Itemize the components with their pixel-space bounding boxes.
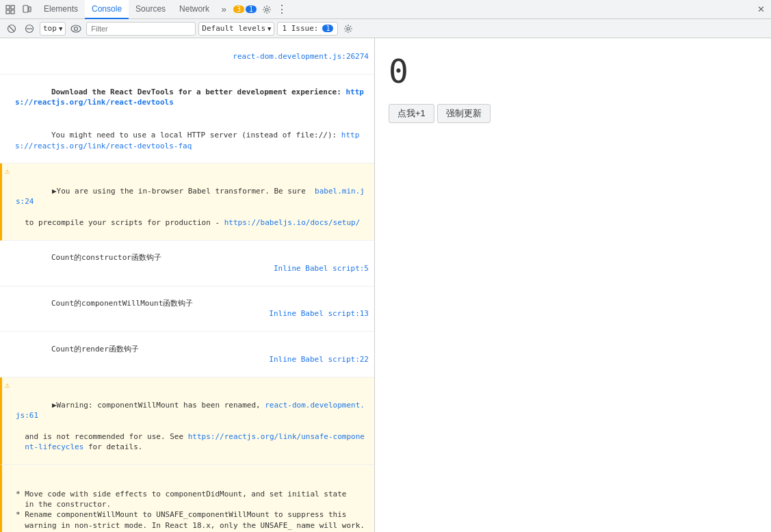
svg-rect-1: [11, 5, 14, 9]
svg-rect-2: [6, 10, 10, 14]
device-icon[interactable]: [19, 2, 34, 17]
list-item: ⚠ ▶Warning: componentWillMount has been …: [0, 377, 374, 465]
console-settings-icon[interactable]: [341, 21, 356, 36]
svg-point-6: [265, 8, 268, 11]
force-update-button[interactable]: 强制更新: [437, 104, 491, 123]
levels-dropdown[interactable]: Default levels ▼: [198, 22, 274, 36]
source-link-2[interactable]: Inline Babel script:13: [269, 308, 369, 319]
source-link-3[interactable]: Inline Babel script:22: [269, 354, 369, 364]
console-messages-list: react-dom.development.js:26274 Download …: [0, 38, 374, 532]
source-link[interactable]: react-dom.development.js:26274: [233, 51, 369, 62]
close-devtools-button[interactable]: ✕: [753, 2, 768, 17]
warning-icon: ⚠: [5, 165, 10, 177]
list-item: Count的componentWillMount函数钩子 Inline Babe…: [0, 287, 374, 332]
tab-sources[interactable]: Sources: [129, 0, 172, 19]
warning-badge: 3: [233, 5, 244, 13]
block-icon[interactable]: [22, 21, 37, 36]
counter-buttons: 点我+1 强制更新: [389, 104, 491, 123]
svg-point-11: [71, 25, 81, 32]
list-item: react-dom.development.js:26274: [0, 40, 374, 75]
babeljs-link[interactable]: https://babeljs.io/docs/setup/: [224, 218, 361, 227]
increment-button[interactable]: 点我+1: [389, 104, 434, 123]
svg-rect-0: [6, 5, 10, 9]
tab-icon-group: [3, 2, 34, 17]
browser-panel: 0 点我+1 强制更新: [375, 38, 771, 532]
list-item: ⚠ ▶You are using the in-browser Babel tr…: [0, 163, 374, 241]
devtools-tabbar: Elements Console Sources Network » 3 1 ⋮…: [0, 0, 771, 19]
main-content: react-dom.development.js:26274 Download …: [0, 38, 771, 532]
svg-rect-4: [23, 5, 28, 12]
tab-elements[interactable]: Elements: [37, 0, 85, 19]
list-item: Download the React DevTools for a better…: [0, 75, 374, 120]
tab-console[interactable]: Console: [85, 0, 129, 19]
eye-icon[interactable]: [68, 21, 83, 36]
filter-input[interactable]: [86, 22, 196, 36]
svg-rect-5: [29, 7, 31, 12]
source-link-1[interactable]: Inline Babel script:5: [274, 263, 369, 274]
more-tabs-button[interactable]: »: [216, 2, 231, 17]
console-panel: react-dom.development.js:26274 Download …: [0, 38, 375, 532]
context-selector[interactable]: top ▼: [40, 22, 66, 36]
more-options-icon[interactable]: ⋮: [274, 2, 289, 17]
list-item: Count的constructor函数钩子 Inline Babel scrip…: [0, 241, 374, 287]
levels-chevron-icon: ▼: [267, 25, 271, 32]
tab-network[interactable]: Network: [172, 0, 216, 19]
console-toolbar: top ▼ Default levels ▼ 1 Issue: 1: [0, 19, 771, 38]
chat-badge: 1: [246, 5, 257, 13]
list-item: You might need to use a local HTTP serve…: [0, 120, 374, 164]
chevron-down-icon: ▼: [59, 25, 62, 32]
svg-rect-3: [11, 10, 14, 14]
settings-icon[interactable]: [259, 2, 274, 17]
warning-icon-2: ⚠: [5, 380, 10, 391]
issue-count-badge: 1: [322, 25, 333, 32]
list-item: Count的render函数钩子 Inline Babel script:22: [0, 332, 374, 377]
issue-badge[interactable]: 1 Issue: 1: [277, 22, 338, 36]
inspect-icon[interactable]: [3, 2, 18, 17]
counter-value: 0: [389, 52, 408, 90]
svg-point-13: [347, 27, 350, 30]
list-item: * Move code with side effects to compone…: [0, 465, 374, 532]
clear-console-button[interactable]: [4, 21, 19, 36]
svg-line-8: [10, 26, 14, 31]
svg-point-12: [75, 27, 78, 30]
